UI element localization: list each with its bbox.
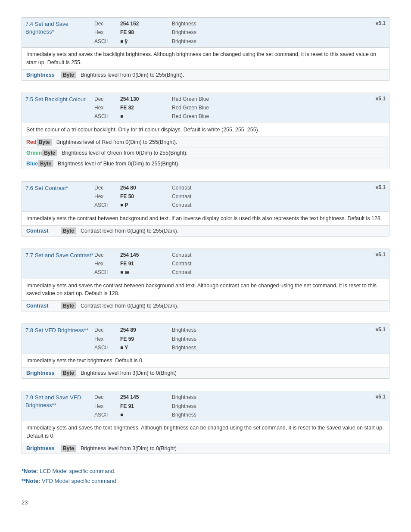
- section-codes-s75: 254 130FE 82■: [120, 95, 172, 121]
- label-hex: Hex: [94, 192, 120, 201]
- param-desc-s75-0: Brightness level of Red from 0(Dim) to 2…: [56, 139, 177, 145]
- section-desc-s75: Set the colour of a tri-colour backlight…: [22, 123, 389, 137]
- section-s77: 7.7 Set and Save Contrast*DecHexASCII254…: [22, 249, 389, 312]
- label-dec: Dec: [94, 19, 120, 28]
- param-name-s75-0: Red: [26, 139, 37, 145]
- note-2-label: **Note:: [22, 478, 40, 484]
- param-header-1: Contrast: [172, 259, 376, 268]
- param-name-s75-2: Blue: [26, 161, 38, 167]
- note-2: **Note: VFD Model specific command.: [22, 476, 389, 486]
- note-1-text: LCD Model specific command.: [40, 468, 115, 474]
- section-params-header-s78: BrightnessBrightnessBrightness: [172, 326, 376, 352]
- ascii-code: ■: [120, 112, 172, 121]
- hex-code: FE 82: [120, 103, 172, 112]
- section-desc-s74: Immediately sets and saves the backlight…: [22, 48, 389, 70]
- param-header-2: Brightness: [172, 411, 376, 419]
- label-hex: Hex: [94, 402, 120, 411]
- section-codes-s76: 254 80FE 50■ P: [120, 184, 172, 210]
- section-header-s77: 7.7 Set and Save Contrast*DecHexASCII254…: [22, 249, 389, 279]
- param-header-2: Red Green Blue: [172, 112, 376, 121]
- param-header-1: Red Green Blue: [172, 103, 376, 112]
- label-dec: Dec: [94, 251, 120, 259]
- section-labels-s77: DecHexASCII: [94, 251, 120, 277]
- param-desc-s74-0: Brightness level from 0(Dim) to 255(Brig…: [81, 72, 184, 78]
- ascii-code: ■ æ: [120, 268, 172, 277]
- dec-code: 254 80: [120, 184, 172, 192]
- section-labels-s78: DecHexASCII: [94, 326, 120, 352]
- param-type-s76-0: Byte: [61, 227, 76, 234]
- param-desc-s75-2: Brightness level of Blue from 0(Dim) to …: [58, 161, 180, 167]
- section-title-s74: 7.4 Set and Save Brightness*: [25, 19, 94, 36]
- label-ascii: ASCII: [94, 112, 120, 121]
- label-dec: Dec: [94, 95, 120, 103]
- note-2-text: VFD Model specific command.: [42, 478, 118, 484]
- note-1: *Note: LCD Model specific command.: [22, 466, 389, 476]
- param-header-1: Brightness: [172, 28, 376, 37]
- param-header-2: Brightness: [172, 343, 376, 352]
- section-title-s78: 7.8 Set VFD Brightness**: [25, 326, 94, 334]
- param-header-0: Brightness: [172, 326, 376, 334]
- section-codes-s79: 254 145FE 91■: [120, 393, 172, 419]
- param-header-1: Brightness: [172, 335, 376, 343]
- param-header-0: Red Green Blue: [172, 95, 376, 103]
- label-ascii: ASCII: [94, 37, 120, 46]
- label-ascii: ASCII: [94, 343, 120, 352]
- section-labels-s76: DecHexASCII: [94, 184, 120, 210]
- notes-section: *Note: LCD Model specific command. **Not…: [22, 466, 389, 486]
- param-row-s76-0: ContrastByteContrast level from 0(Light)…: [22, 226, 389, 236]
- hex-code: FE 91: [120, 402, 172, 411]
- section-header-s74: 7.4 Set and Save Brightness*DecHexASCII2…: [22, 18, 389, 48]
- param-row-s75-2: BlueByteBrightness level of Blue from 0(…: [22, 159, 389, 169]
- hex-code: FE 91: [120, 259, 172, 268]
- label-ascii: ASCII: [94, 268, 120, 277]
- dec-code: 254 145: [120, 393, 172, 401]
- section-header-s76: 7.6 Set Contrast*DecHexASCII254 80FE 50■…: [22, 182, 389, 212]
- section-params-header-s77: ContrastContrastContrast: [172, 251, 376, 277]
- dec-code: 254 152: [120, 19, 172, 28]
- section-desc-s77: Immediately sets and saves the contrast …: [22, 279, 389, 301]
- param-name-s78-0: Brightness: [26, 370, 61, 376]
- label-ascii: ASCII: [94, 201, 120, 209]
- dec-code: 254 130: [120, 95, 172, 103]
- dec-code: 254 145: [120, 251, 172, 259]
- param-type-s75-0: Byte: [37, 139, 52, 146]
- label-dec: Dec: [94, 326, 120, 334]
- section-s79: 7.9 Set and Save VFD Brightness**DecHexA…: [22, 391, 389, 454]
- param-header-2: Brightness: [172, 37, 376, 46]
- param-header-2: Contrast: [172, 201, 376, 209]
- param-type-s78-0: Byte: [61, 370, 76, 376]
- dec-code: 254 89: [120, 326, 172, 334]
- section-title-s76: 7.6 Set Contrast*: [25, 184, 94, 192]
- param-header-0: Brightness: [172, 19, 376, 28]
- param-row-s75-1: GreenByteBrightness level of Green from …: [22, 148, 389, 159]
- param-header-1: Contrast: [172, 192, 376, 201]
- section-s74: 7.4 Set and Save Brightness*DecHexASCII2…: [22, 17, 389, 81]
- section-header-s78: 7.8 Set VFD Brightness**DecHexASCII254 8…: [22, 324, 389, 354]
- param-name-s75-1: Green: [26, 150, 42, 156]
- label-hex: Hex: [94, 28, 120, 37]
- hex-code: FE 98: [120, 28, 172, 37]
- param-type-s79-0: Byte: [61, 445, 76, 452]
- section-params-header-s76: ContrastContrastContrast: [172, 184, 376, 210]
- param-header-1: Brightness: [172, 402, 376, 411]
- section-codes-s74: 254 152FE 98■ ÿ: [120, 19, 172, 46]
- section-version-s79: v5.1: [376, 393, 386, 400]
- ascii-code: ■ ÿ: [120, 37, 172, 46]
- label-ascii: ASCII: [94, 411, 120, 419]
- section-s75: 7.5 Set Backlight ColourDecHexASCII254 1…: [22, 93, 389, 169]
- param-type-s74-0: Byte: [61, 72, 76, 78]
- section-version-s77: v5.1: [376, 251, 386, 258]
- param-name-s74-0: Brightness: [26, 72, 61, 78]
- section-desc-s76: Immediately sets the contrast between ba…: [22, 212, 389, 226]
- section-version-s75: v5.1: [376, 95, 386, 102]
- ascii-code: ■: [120, 411, 172, 419]
- label-dec: Dec: [94, 393, 120, 401]
- label-hex: Hex: [94, 103, 120, 112]
- param-header-0: Brightness: [172, 393, 376, 401]
- section-desc-s79: Immediately sets and saves the text brig…: [22, 421, 389, 443]
- label-hex: Hex: [94, 259, 120, 268]
- param-row-s77-0: ContrastByteContrast level from 0(Light)…: [22, 301, 389, 311]
- section-desc-s78: Immediately sets the text brightness. De…: [22, 354, 389, 368]
- param-desc-s75-1: Brightness level of Green from 0(Dim) to…: [62, 150, 187, 156]
- section-codes-s77: 254 145FE 91■ æ: [120, 251, 172, 277]
